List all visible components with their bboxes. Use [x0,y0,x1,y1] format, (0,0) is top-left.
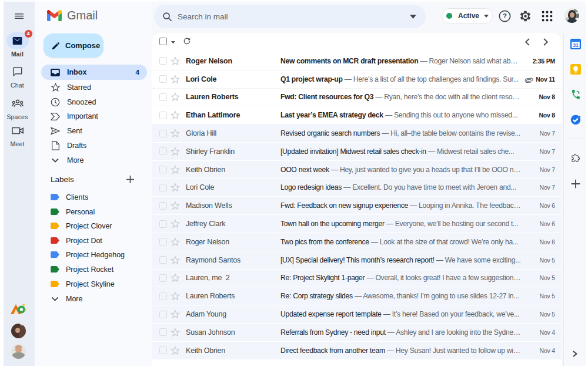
svg-text:?: ? [503,12,507,19]
svg-text:31: 31 [573,42,579,48]
